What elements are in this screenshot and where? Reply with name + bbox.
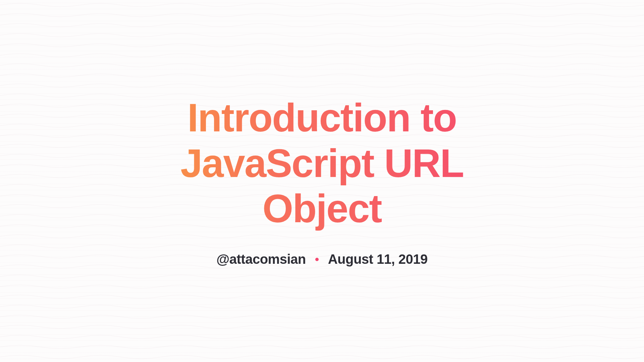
separator-dot (315, 258, 319, 261)
author-handle: @attacomsian (216, 252, 306, 267)
meta-row: @attacomsian August 11, 2019 (121, 252, 523, 267)
slide-content: Introduction to JavaScript URL Object @a… (121, 95, 523, 267)
publish-date: August 11, 2019 (328, 252, 428, 267)
page-title: Introduction to JavaScript URL Object (121, 95, 523, 232)
